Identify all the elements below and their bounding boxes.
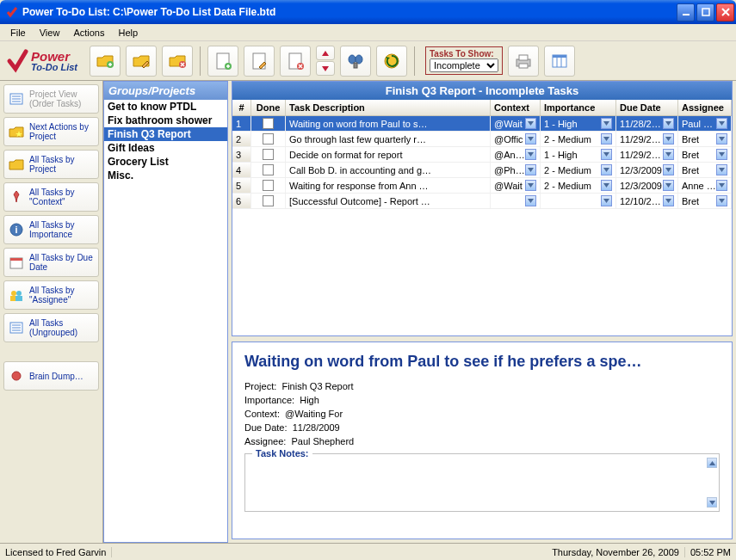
nav-pin[interactable]: All Tasks by "Context" bbox=[3, 182, 99, 212]
group-item[interactable]: Grocery List bbox=[104, 155, 227, 169]
row-assignee[interactable]: Anne Mc bbox=[678, 178, 732, 193]
menu-help[interactable]: Help bbox=[111, 26, 145, 40]
task-row[interactable]: 6[Successful Outcome] - Report …12/10/20… bbox=[232, 194, 732, 209]
row-done[interactable] bbox=[251, 163, 286, 177]
chevron-down-icon[interactable] bbox=[716, 180, 727, 191]
task-row[interactable]: 4Call Bob D. in accounting and g…@Phon2 … bbox=[232, 163, 732, 178]
task-row[interactable]: 3Decide on format for report@Anyw1 - Hig… bbox=[232, 147, 732, 163]
chevron-down-icon[interactable] bbox=[601, 164, 612, 175]
minimize-button[interactable] bbox=[677, 3, 695, 22]
tasks-to-show-select[interactable]: Incomplete bbox=[430, 58, 498, 72]
close-button[interactable] bbox=[716, 3, 734, 22]
col-assignee[interactable]: Assignee bbox=[678, 100, 732, 115]
notes-scroll-up[interactable] bbox=[707, 458, 717, 468]
task-row[interactable]: 1Waiting on word from Paul to s…@Wait1 -… bbox=[232, 116, 732, 132]
chevron-down-icon[interactable] bbox=[663, 118, 674, 129]
group-item[interactable]: Fix bathroom shower bbox=[104, 114, 227, 127]
menu-file[interactable]: File bbox=[3, 26, 33, 40]
row-context[interactable]: @Offic bbox=[491, 132, 541, 146]
chevron-down-icon[interactable] bbox=[525, 180, 536, 191]
nav-folder-star[interactable]: Next Actions by Project bbox=[3, 117, 99, 146]
nav-rec[interactable]: Brain Dump… bbox=[3, 361, 99, 391]
row-assignee[interactable]: Bret bbox=[678, 163, 732, 177]
chevron-down-icon[interactable] bbox=[601, 118, 612, 129]
row-context[interactable]: @Anyw bbox=[491, 147, 541, 162]
task-row[interactable]: 2Go through last few quarterly r…@Offic2… bbox=[232, 132, 732, 147]
row-context[interactable] bbox=[491, 194, 541, 208]
group-item[interactable]: Gift Ideas bbox=[104, 141, 227, 155]
col-done[interactable]: Done bbox=[251, 100, 286, 115]
checkbox-icon[interactable] bbox=[263, 195, 274, 206]
row-done[interactable] bbox=[251, 178, 286, 193]
chevron-down-icon[interactable] bbox=[663, 195, 674, 206]
col-importance[interactable]: Importance bbox=[541, 100, 616, 115]
checkbox-icon[interactable] bbox=[263, 133, 274, 145]
group-item[interactable]: Finish Q3 Report bbox=[104, 127, 227, 141]
notes-scroll-down[interactable] bbox=[707, 497, 717, 508]
search-button[interactable] bbox=[340, 46, 371, 77]
chevron-down-icon[interactable] bbox=[525, 118, 536, 129]
checkbox-icon[interactable] bbox=[263, 149, 274, 160]
nav-list[interactable]: Project View (Order Tasks) bbox=[3, 84, 99, 114]
new-folder-button[interactable] bbox=[90, 46, 121, 77]
row-duedate[interactable]: 11/29/20… bbox=[616, 132, 678, 146]
chevron-down-icon[interactable] bbox=[663, 164, 674, 175]
chevron-down-icon[interactable] bbox=[601, 180, 612, 191]
row-duedate[interactable]: 12/3/2009 bbox=[616, 178, 678, 193]
print-button[interactable] bbox=[508, 46, 539, 77]
row-importance[interactable]: 1 - High bbox=[541, 147, 616, 162]
new-task-button[interactable] bbox=[207, 46, 238, 77]
group-item[interactable]: Misc. bbox=[104, 169, 227, 182]
row-done[interactable] bbox=[251, 132, 286, 146]
group-item[interactable]: Get to know PTDL bbox=[104, 100, 227, 114]
menu-actions[interactable]: Actions bbox=[66, 26, 111, 40]
chevron-down-icon[interactable] bbox=[601, 133, 612, 145]
chevron-down-icon[interactable] bbox=[716, 118, 727, 129]
edit-folder-button[interactable] bbox=[126, 46, 157, 77]
col-desc[interactable]: Task Description bbox=[286, 100, 491, 115]
task-notes[interactable]: Task Notes: bbox=[244, 453, 720, 512]
col-num[interactable]: # bbox=[232, 100, 251, 115]
col-context[interactable]: Context bbox=[491, 100, 541, 115]
row-assignee[interactable]: Bret bbox=[678, 194, 732, 208]
row-done[interactable] bbox=[251, 116, 286, 131]
columns-button[interactable] bbox=[544, 46, 575, 77]
row-duedate[interactable]: 12/3/2009 bbox=[616, 163, 678, 177]
row-assignee[interactable]: Paul She bbox=[678, 116, 732, 131]
nav-info[interactable]: iAll Tasks by Importance bbox=[3, 215, 99, 244]
delete-folder-button[interactable] bbox=[162, 46, 193, 77]
nav-cal[interactable]: All Tasks by Due Date bbox=[3, 248, 99, 277]
chevron-down-icon[interactable] bbox=[525, 149, 536, 160]
edit-task-button[interactable] bbox=[244, 46, 275, 77]
row-done[interactable] bbox=[251, 147, 286, 162]
move-down-button[interactable] bbox=[316, 61, 335, 76]
nav-folder[interactable]: All Tasks by Project bbox=[3, 150, 99, 179]
checkbox-icon[interactable] bbox=[263, 118, 274, 129]
row-duedate[interactable]: 11/29/20… bbox=[616, 147, 678, 162]
row-context[interactable]: @Wait bbox=[491, 178, 541, 193]
chevron-down-icon[interactable] bbox=[525, 195, 536, 206]
chevron-down-icon[interactable] bbox=[716, 149, 727, 160]
row-context[interactable]: @Wait bbox=[491, 116, 541, 131]
move-up-button[interactable] bbox=[316, 46, 335, 60]
chevron-down-icon[interactable] bbox=[601, 149, 612, 160]
chevron-down-icon[interactable] bbox=[663, 180, 674, 191]
checkbox-icon[interactable] bbox=[263, 164, 274, 175]
checkbox-icon[interactable] bbox=[263, 180, 274, 191]
task-row[interactable]: 5Waiting for response from Ann …@Wait2 -… bbox=[232, 178, 732, 194]
chevron-down-icon[interactable] bbox=[716, 195, 727, 206]
menu-view[interactable]: View bbox=[33, 26, 67, 40]
maximize-button[interactable] bbox=[696, 3, 714, 22]
chevron-down-icon[interactable] bbox=[525, 164, 536, 175]
row-importance[interactable]: 2 - Medium bbox=[541, 178, 616, 193]
row-context[interactable]: @Phon bbox=[491, 163, 541, 177]
row-importance[interactable]: 1 - High bbox=[541, 116, 616, 131]
chevron-down-icon[interactable] bbox=[601, 195, 612, 206]
row-duedate[interactable]: 11/28/20… bbox=[616, 116, 678, 131]
row-assignee[interactable]: Bret bbox=[678, 132, 732, 146]
row-done[interactable] bbox=[251, 194, 286, 208]
row-importance[interactable]: 2 - Medium bbox=[541, 132, 616, 146]
chevron-down-icon[interactable] bbox=[663, 133, 674, 145]
col-duedate[interactable]: Due Date bbox=[616, 100, 678, 115]
nav-list[interactable]: All Tasks (Ungrouped) bbox=[3, 313, 99, 342]
